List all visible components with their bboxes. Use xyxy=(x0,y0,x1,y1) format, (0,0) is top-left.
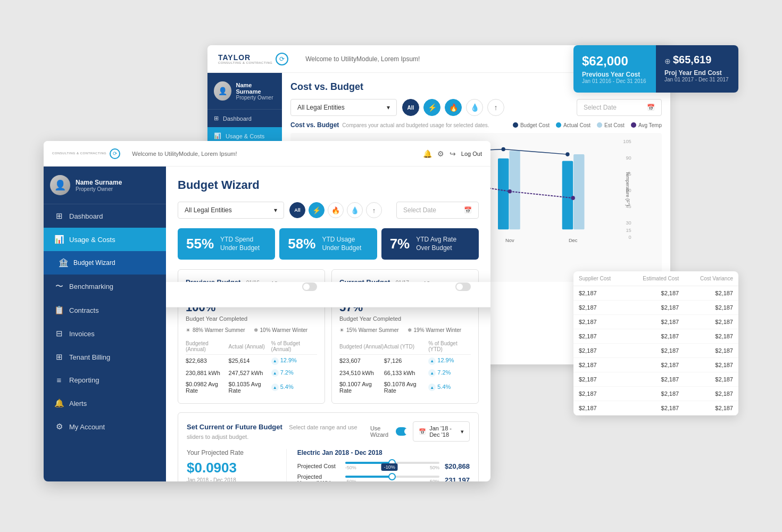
fw-nav-budget-wizard-label: Budget Wizard xyxy=(73,259,115,267)
fw-nav-reporting-label: Reporting xyxy=(69,376,99,384)
fw-settings-icon[interactable]: ⚙ xyxy=(437,149,444,158)
table-row: $2,187$2,187$2,187 xyxy=(573,344,738,358)
fw-nav-account[interactable]: ⚙ My Account xyxy=(44,415,166,438)
svg-text:105: 105 xyxy=(623,138,631,144)
proj-year-value: $65,619 xyxy=(673,54,711,66)
fw-nav-contracts[interactable]: 📋 Contracts xyxy=(44,298,166,322)
fw-set-budget: Set Current or Future Budget Select date… xyxy=(178,412,479,481)
fw-kpi-row: 55% YTD SpendUnder Budget 58% YTD UsageU… xyxy=(178,228,479,260)
fw-nav-dashboard[interactable]: ⊞ Dashboard xyxy=(44,204,166,228)
proj-year-title: Proj Year End Cost xyxy=(664,69,730,77)
fw-prev-table: Budgeted (Annual) Actual (Annual) % of B… xyxy=(186,338,317,396)
fw-date-select[interactable]: Select Date 📅 xyxy=(396,202,479,219)
table-row: $2,187$2,187$2,187 xyxy=(573,372,738,387)
cost-cell-0-0: $2,187 xyxy=(573,286,626,301)
snow-icon: ❄ xyxy=(254,327,258,333)
back-user-role: Property Owner xyxy=(236,95,276,101)
fw-filter-water[interactable]: 💧 xyxy=(347,202,363,218)
fw-electric-title: Electric Jan 2018 - Dec 2018 xyxy=(297,449,470,456)
cost-table: Supplier Cost Estimated Cost Cost Varian… xyxy=(573,271,738,415)
fw-wizard-toggle-switch[interactable] xyxy=(396,427,407,436)
fw-dashboard-icon: ⊞ xyxy=(54,211,64,221)
curr-row1-pct: ▲ 12.9% xyxy=(428,355,471,367)
back-logo-icon: ⟳ xyxy=(276,53,288,65)
fw-tenant-icon: ⊞ xyxy=(54,352,64,362)
fw-budget-wizard-icon: 🏦 xyxy=(59,258,68,268)
svg-text:0: 0 xyxy=(629,234,631,239)
prev-year-value: $62,000 xyxy=(582,54,647,69)
back-filter-electric[interactable]: ⚡ xyxy=(423,99,440,116)
prev-row1-actual: $25,614 xyxy=(229,355,271,367)
fw-date-range-label: Jan '18 - Dec '18 xyxy=(429,425,457,438)
prev-row3-actual: $0.1035 Avg Rate xyxy=(229,379,271,396)
curr-row2-actual: 66,133 kWh xyxy=(384,367,428,379)
prev-pct2: 7.2% xyxy=(280,369,294,376)
prev-year-title: Previous Year Cost xyxy=(582,71,647,78)
fw-title: Budget Wizard xyxy=(178,178,479,192)
back-entity-select[interactable]: All Legal Entities ▾ xyxy=(290,99,397,116)
fw-filter-other[interactable]: ↑ xyxy=(366,202,382,218)
fw-nav-budget-wizard[interactable]: 🏦 Budget Wizard xyxy=(44,251,166,275)
fw-set-budget-title: Set Current or Future Budget xyxy=(187,423,282,431)
budget-wizard-window: TAYLOR CONSULTING & CONTRACTING ⟳ Welcom… xyxy=(44,141,490,481)
cost-cell-1-1: $2,187 xyxy=(626,301,684,315)
back-filter-other[interactable]: ↑ xyxy=(487,99,504,116)
back-user-name: Name Surname xyxy=(236,82,276,95)
table-row: $2,187$2,187$2,187 xyxy=(573,315,738,329)
cost-cell-4-2: $2,187 xyxy=(684,344,738,358)
fw-nav-alerts-label: Alerts xyxy=(69,400,87,408)
label-dec: Dec xyxy=(569,237,578,243)
back-nav-dashboard[interactable]: ⊞ Dashboard xyxy=(207,110,282,127)
cost-cell-7-1: $2,187 xyxy=(626,387,684,401)
fw-filter-all[interactable]: All xyxy=(289,202,305,218)
cost-cell-2-2: $2,187 xyxy=(684,315,738,329)
fw-date-range-calendar-icon: 📅 xyxy=(419,428,426,435)
table-row: $2,187$2,187$2,187 xyxy=(573,286,738,301)
curr-pct2: 7.2% xyxy=(437,369,451,376)
snow-icon2: ❄ xyxy=(407,327,412,333)
fw-prev-weather-winter: ❄ 10% Warmer Winter xyxy=(254,327,308,333)
fw-wizard-toggle-label: Use Wizard xyxy=(370,425,393,438)
cost-table-header-row: Supplier Cost Estimated Cost Cost Varian… xyxy=(573,271,738,286)
fw-nav-tenant[interactable]: ⊞ Tenant Billing xyxy=(44,345,166,369)
fw-invoices-icon: ⊟ xyxy=(54,329,64,338)
table-row: 234,510 kWh 66,133 kWh ▲ 7.2% xyxy=(339,367,471,379)
back-chart-header: Cost vs. Budget Compares your actual and… xyxy=(290,121,662,129)
table-row: $2,187$2,187$2,187 xyxy=(573,301,738,315)
fw-curr-toggle[interactable] xyxy=(455,282,471,291)
fw-date-range-btn[interactable]: 📅 Jan '18 - Dec '18 ▾ xyxy=(413,421,470,442)
col-estimated: Estimated Cost xyxy=(626,271,684,286)
fw-curr-table-header: Budgeted (Annual) Actual (YTD) % of Budg… xyxy=(339,338,471,355)
fw-usage-slider-label: Projected Usage (kWh) xyxy=(297,473,340,481)
fw-bell-icon[interactable]: 🔔 xyxy=(423,149,432,158)
back-filter-all[interactable]: All xyxy=(402,99,419,116)
back-entity-label: All Legal Entities xyxy=(297,104,345,111)
fw-nav-reporting[interactable]: ≡ Reporting xyxy=(44,369,166,392)
fw-kpi-rate: 7% YTD Avg RateOver Budget xyxy=(381,228,479,260)
fw-cost-slider-label: Projected Cost xyxy=(297,463,340,469)
fw-logout-btn[interactable]: Log Out xyxy=(461,151,482,157)
fw-prev-weather: ☀ 88% Warmer Summer ❄ 10% Warmer Winter xyxy=(186,327,317,333)
fw-prev-toggle[interactable] xyxy=(302,282,317,291)
right-panel-bottom: Supplier Cost Estimated Cost Cost Varian… xyxy=(573,271,738,415)
curr-pct1: 12.9% xyxy=(437,357,454,363)
cost-cell-5-0: $2,187 xyxy=(573,358,626,372)
fw-nav-tenant-label: Tenant Billing xyxy=(69,353,110,361)
fw-filter-electric[interactable]: ⚡ xyxy=(309,202,325,218)
fw-entity-select[interactable]: All Legal Entities ▾ xyxy=(178,202,284,219)
fw-nav-invoices[interactable]: ⊟ Invoices xyxy=(44,322,166,345)
fw-signout-icon[interactable]: ↪ xyxy=(450,149,456,158)
back-date-select[interactable]: Select Date 📅 xyxy=(577,99,662,116)
fw-nav-usage[interactable]: 📊 Usage & Costs xyxy=(44,228,166,251)
back-filter-water[interactable]: 💧 xyxy=(466,99,483,116)
cost-cell-6-1: $2,187 xyxy=(626,372,684,387)
back-filter-gas[interactable]: 🔥 xyxy=(445,99,462,116)
fw-nav-benchmarking[interactable]: 〜 Benchmarking xyxy=(44,275,166,298)
col-variance: Cost Variance xyxy=(684,271,738,286)
fw-filter-gas[interactable]: 🔥 xyxy=(328,202,344,218)
fw-nav-contracts-label: Contracts xyxy=(69,306,99,314)
back-logo-sub: CONSULTING & CONTRACTING xyxy=(218,61,272,64)
sun-icon: ☀ xyxy=(186,327,190,333)
bar-dec-est xyxy=(573,154,584,229)
fw-nav-alerts[interactable]: 🔔 Alerts xyxy=(44,392,166,415)
